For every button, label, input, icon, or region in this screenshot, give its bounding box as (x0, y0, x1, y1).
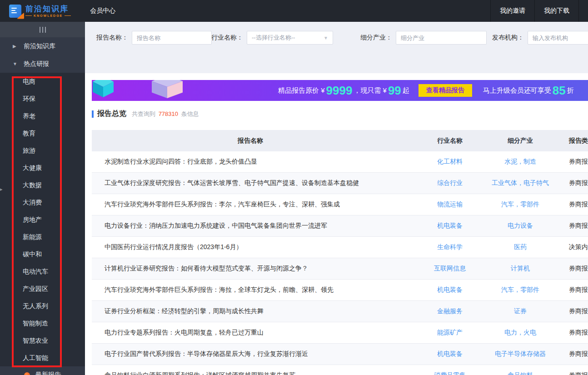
sub-industry-link[interactable]: 电力，火电 (491, 329, 550, 337)
promo-banner[interactable]: 精品报告原价 ¥ 9999 ，现只需 ¥ 99 起 查看精品报告 马上升级会员还… (92, 80, 588, 101)
nav-member-center[interactable]: 会员中心 (90, 7, 115, 15)
filter-sub-industry: 细分产业： (360, 31, 487, 45)
filter-publisher: 发布机构： (492, 31, 588, 45)
sub-industry-link[interactable]: 汽车，零部件 (491, 200, 550, 209)
submenu-item[interactable]: 人工智能 (0, 349, 85, 366)
submenu-item[interactable]: 房地产 (0, 211, 85, 228)
table-row[interactable]: 电力行业专题系列报告：火电周期复盘，轻舟已过万重山 能源矿产 电力，火电 券商报… (92, 322, 588, 344)
industry-link[interactable]: 生命科学 (409, 243, 491, 251)
table-row[interactable]: 证券行业分析框架：经济转型的引擎，周期与成长性共舞 金融服务 证券 券商报告 (92, 301, 588, 322)
sub-industry-link[interactable]: 食品饮料 (491, 371, 550, 375)
sub-industry-link[interactable]: 电子半导体存储器 (491, 350, 550, 358)
filter-report-name: 报告名称： (96, 31, 212, 45)
logo-title: 前沿知识库 (25, 5, 71, 13)
report-name-cell: 食品饮料行业白酒新周期系列报告：详解区域酒穿越周期并率先复苏 (92, 371, 409, 375)
cube-decoration-icon (93, 80, 114, 97)
industry-link[interactable]: 化工材料 (409, 158, 491, 166)
sidebar-item-hot-reports[interactable]: ▼ 热点研报 (0, 55, 85, 73)
submenu-item[interactable]: 环保 (0, 90, 85, 107)
submenu-item[interactable]: 大数据 (0, 176, 85, 194)
sub-industry-link[interactable]: 计算机 (491, 265, 550, 273)
columns-icon (40, 27, 46, 33)
chevron-down-icon: ▼ (13, 61, 24, 66)
sub-industry-link[interactable]: 汽车，零部件 (491, 286, 550, 294)
publisher-input[interactable] (528, 31, 588, 45)
nav-my-more[interactable]: 我 (578, 0, 588, 22)
view-premium-reports-button[interactable]: 查看精品报告 (419, 84, 472, 97)
header-sub-industry: 细分产业 (491, 137, 550, 145)
report-name-cell: 电力设备行业：消纳压力加速电力系统建设，中国电气装备集团向世界一流进军 (92, 222, 409, 230)
sub-industry-label: 细分产业： (360, 34, 392, 42)
industry-link[interactable]: 消费品零售 (409, 371, 491, 375)
result-count-text: 共查询到 778310 条信息 (132, 110, 199, 118)
panel-collapse-handle[interactable]: ▸ (0, 186, 3, 192)
industry-link[interactable]: 机电装备 (409, 286, 491, 294)
industry-link[interactable]: 综合行业 (409, 179, 491, 187)
report-name-cell: 计算机行业证券研究报告：如何看待大模型范式变革、开源与闭源之争？ (92, 265, 409, 273)
submenu-item[interactable]: 新能源 (0, 228, 85, 245)
report-name-cell: 中国医药行业运行情况月度报告（2023年1-6月） (92, 243, 409, 251)
navbar-right-menu: 我的邀请 我的下载 我 (490, 0, 588, 22)
table-row[interactable]: 食品饮料行业白酒新周期系列报告：详解区域酒穿越周期并率先复苏 消费品零售 食品饮… (92, 365, 588, 375)
banner-text-2: ，现只需 ¥ (354, 86, 387, 95)
industry-link[interactable]: 机电装备 (409, 350, 491, 358)
report-type-cell: 券商报告 (550, 179, 588, 187)
table-row[interactable]: 水泥制造行业水泥四问四答：行业底部，龙头价值凸显 化工材料 水泥，制造 券商报告 (92, 151, 588, 173)
sidebar-parent-label: 热点研报 (24, 60, 49, 68)
table-row[interactable]: 电子行业国产替代系列报告：半导体存储器星辰大海，行业复苏渐行渐近 机电装备 电子… (92, 344, 588, 365)
sub-industry-link[interactable]: 水泥，制造 (491, 158, 550, 166)
submenu-item[interactable]: 智慧农业 (0, 332, 85, 349)
industry-label: 行业名称： (211, 34, 243, 42)
report-type-cell: 券商报告 (550, 200, 588, 209)
table-row[interactable]: 工业气体行业深度研究报告：气体运营长坡厚雪、电子特气国产提速、设备制造基本盘稳健… (92, 173, 588, 194)
sidebar-item-knowledge-base[interactable]: ▶ 前沿知识库 (0, 37, 85, 55)
sub-industry-link[interactable]: 证券 (491, 307, 550, 315)
sub-industry-input[interactable] (396, 31, 487, 45)
table-row[interactable]: 计算机行业证券研究报告：如何看待大模型范式变革、开源与闭源之争？ 互联网信息 计… (92, 258, 588, 280)
filter-industry: 行业名称： --选择行业名称-- ▼ (211, 31, 333, 45)
report-type-cell: 券商报告 (550, 329, 588, 337)
sidebar-collapse-toggle[interactable] (0, 22, 85, 37)
report-overview-header: 报告总览 共查询到 778310 条信息 (92, 109, 199, 119)
table-row[interactable]: 汽车行业琰究海外零部件巨头系列报告：李尔，汽车座椅巨头，专注、深耕、强集成 物流… (92, 194, 588, 215)
nav-my-downloads[interactable]: 我的下载 (534, 0, 578, 22)
submenu-item[interactable]: 大健康 (0, 159, 85, 176)
industry-link[interactable]: 机电装备 (409, 222, 491, 230)
table-row[interactable]: 电力设备行业：消纳压力加速电力系统建设，中国电气装备集团向世界一流进军 机电装备… (92, 215, 588, 237)
result-count: 778310 (159, 110, 178, 117)
sidebar-item-latest-reports[interactable]: 最新报告 (0, 366, 85, 375)
report-name-input[interactable] (132, 31, 212, 45)
header-industry: 行业名称 (409, 137, 491, 145)
report-name-cell: 水泥制造行业水泥四问四答：行业底部，龙头价值凸显 (92, 158, 409, 166)
app-logo[interactable]: 前沿知识库 KNOWLEDGE (9, 5, 71, 18)
sub-industry-link[interactable]: 工业气体，电子特气 (491, 179, 550, 187)
nav-my-invites[interactable]: 我的邀请 (490, 0, 534, 22)
submenu-item[interactable]: 教育 (0, 125, 85, 142)
report-name-cell: 电子行业国产替代系列报告：半导体存储器星辰大海，行业复苏渐行渐近 (92, 350, 409, 358)
submenu-item[interactable]: 产业园区 (0, 280, 85, 297)
submenu-item[interactable]: 养老 (0, 107, 85, 125)
submenu-item[interactable]: 旅游 (0, 142, 85, 159)
banner-text-4: 马上升级会员还可享受 (483, 86, 551, 95)
industry-link[interactable]: 互联网信息 (409, 265, 491, 273)
industry-link[interactable]: 物流运输 (409, 200, 491, 209)
submenu-item[interactable]: 电商 (0, 73, 85, 90)
table-row[interactable]: 中国医药行业运行情况月度报告（2023年1-6月） 生命科学 医药 决策内参 (92, 237, 588, 258)
submenu-item[interactable]: 智能制造 (0, 315, 85, 332)
submenu-item[interactable]: 大消费 (0, 194, 85, 211)
table-row[interactable]: 汽车行业琰究海外零部件巨头系列报告：海拉，全球车灯龙头，前瞻、深耕、领先 机电装… (92, 280, 588, 301)
banner-discount: 85 (553, 85, 566, 96)
table-body: 水泥制造行业水泥四问四答：行业底部，龙头价值凸显 化工材料 水泥，制造 券商报告… (92, 151, 588, 375)
submenu-item[interactable]: 无人系列 (0, 297, 85, 315)
sub-industry-link[interactable]: 电力设备 (491, 222, 550, 230)
industry-link[interactable]: 金融服务 (409, 307, 491, 315)
sub-industry-link[interactable]: 医药 (491, 243, 550, 251)
submenu-item[interactable]: 碳中和 (0, 245, 85, 263)
report-type-cell: 券商报告 (550, 307, 588, 315)
industry-link[interactable]: 能源矿产 (409, 329, 491, 337)
submenu-item[interactable]: 电动汽车 (0, 263, 85, 280)
industry-select[interactable]: --选择行业名称-- ▼ (247, 31, 333, 45)
banner-old-price: 9999 (326, 85, 353, 96)
report-type-cell: 券商报告 (550, 222, 588, 230)
banner-text: 精品报告原价 ¥ 9999 ，现只需 ¥ 99 起 查看精品报告 马上升级会员还… (278, 80, 574, 101)
